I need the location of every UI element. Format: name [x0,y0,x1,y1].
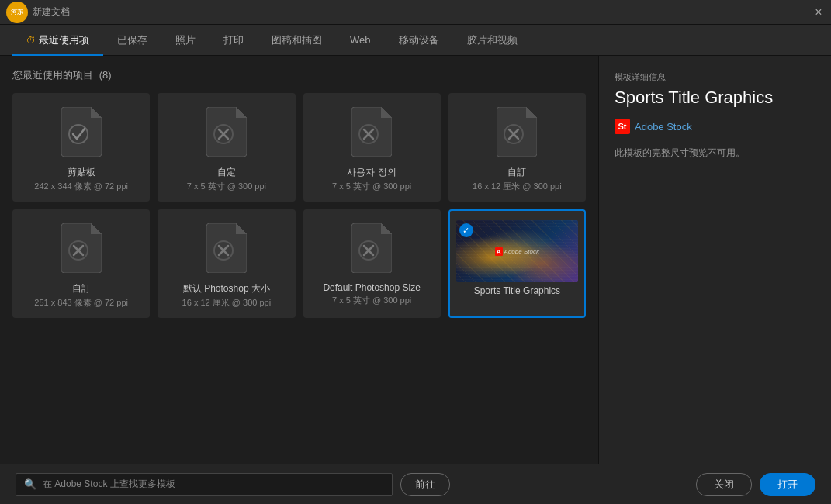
detail-preview-text: 此模板的完整尺寸预览不可用。 [615,147,815,160]
tab-label: Web [350,34,371,46]
goto-button[interactable]: 前往 [400,473,450,496]
grid-item-default_ps2[interactable]: Default Photoshop Size7 x 5 英寸 @ 300 ppi [303,209,441,318]
window-close-button[interactable]: × [812,6,825,19]
tab-label: 打印 [223,33,244,47]
tab-label: 已保存 [117,33,147,47]
titlebar-title: 新建文档 [33,5,70,19]
grid-item-label: 默认 Photoshop 大小 [183,282,270,295]
document-icon [206,107,247,157]
adobe-stock-icon: St [615,119,630,134]
titlebar-left: 河东 新建文档 [6,2,70,23]
selection-check-icon: ✓ [459,223,473,237]
detail-source: St Adobe Stock [615,119,815,134]
tab-mobile[interactable]: 移动设备 [385,25,453,56]
grid-item-default_ps[interactable]: 默认 Photoshop 大小16 x 12 厘米 @ 300 ppi [158,209,295,318]
adobe-stock-watermark: AAdobe Stock [495,247,539,256]
tab-art[interactable]: 图稿和插图 [258,25,336,56]
tab-label: 胶片和视频 [467,33,518,47]
grid-item-sublabel: 7 x 5 英寸 @ 300 ppi [332,181,411,192]
grid-item-label: Sports Title Graphics [474,285,560,296]
doc-icon-wrap [203,220,250,276]
tab-saved[interactable]: 已保存 [103,25,161,56]
search-placeholder-text: 在 Adobe Stock 上查找更多模板 [43,478,175,491]
recent-header: 您最近使用的项目 (8) [12,68,586,82]
search-area: 🔍 在 Adobe Stock 上查找更多模板 前往 [16,473,450,496]
recent-count: (8) [99,69,112,81]
grid-item-sports[interactable]: ✓AAdobe StockSports Title Graphics [448,209,586,318]
tab-photos[interactable]: 照片 [161,25,209,56]
grid-item-label: 剪贴板 [68,166,95,179]
detail-source-name: Adobe Stock [635,121,692,133]
grid-item-sublabel: 16 x 12 厘米 @ 300 ppi [473,181,562,192]
document-icon [497,107,537,157]
tab-print[interactable]: 打印 [209,25,258,56]
bottom-bar: 🔍 在 Adobe Stock 上查找更多模板 前往 关闭 打开 [0,464,831,504]
tab-label: 图稿和插图 [272,33,322,47]
detail-panel: 模板详细信息 Sports Title Graphics St Adobe St… [598,56,831,464]
doc-icon-wrap [58,220,105,276]
doc-icon-wrap [348,220,395,276]
grid-item-clipboard[interactable]: 剪贴板242 x 344 像素 @ 72 ppi [12,93,150,202]
close-button[interactable]: 关闭 [696,473,752,496]
grid-item-custom2[interactable]: 自訂16 x 12 厘米 @ 300 ppi [448,93,586,202]
detail-title: Sports Title Graphics [615,88,815,108]
document-icon [206,223,247,273]
action-buttons: 关闭 打开 [696,473,815,496]
tab-bar: ⏱最近使用项已保存照片打印图稿和插图Web移动设备胶片和视频 [0,25,831,56]
doc-icon-wrap [58,104,105,160]
title-bar: 河东 新建文档 × [0,0,831,25]
grid-item-label: 自定 [217,166,236,179]
tab-label: 照片 [175,33,196,47]
logo-text: 河东 [11,8,23,16]
recent-header-text: 您最近使用的项目 [12,69,93,81]
grid-item-custom3[interactable]: 自訂251 x 843 像素 @ 72 ppi [12,209,150,318]
tab-label: 移动设备 [399,33,439,47]
thumbnail-image: ✓AAdobe Stock [456,220,578,282]
detail-section-label: 模板详细信息 [615,71,815,83]
left-panel: 您最近使用的项目 (8) 剪贴板242 x 344 像素 @ 72 ppi自定7… [0,56,598,464]
grid-item-sublabel: 251 x 843 像素 @ 72 ppi [34,297,128,309]
doc-icon-wrap [348,104,395,160]
clock-icon: ⏱ [26,35,36,46]
doc-icon-wrap [203,104,250,160]
document-icon [351,107,392,157]
tab-film[interactable]: 胶片和视频 [453,25,531,56]
main-area: 您最近使用的项目 (8) 剪贴板242 x 344 像素 @ 72 ppi自定7… [0,56,831,464]
doc-icon-wrap [493,104,540,160]
open-button[interactable]: 打开 [760,473,815,496]
document-icon [61,223,102,273]
grid-item-sublabel: 7 x 5 英寸 @ 300 ppi [332,295,411,306]
document-icon [351,223,392,273]
grid-item-label: 사용자 정의 [347,166,396,179]
grid-item-sublabel: 16 x 12 厘米 @ 300 ppi [182,297,272,309]
template-grid: 剪贴板242 x 344 像素 @ 72 ppi自定7 x 5 英寸 @ 300… [12,93,586,318]
grid-item-sublabel: 242 x 344 像素 @ 72 ppi [34,181,128,192]
app-logo: 河东 [6,2,28,23]
grid-item-label: 自訂 [72,282,91,295]
grid-item-sublabel: 7 x 5 英寸 @ 300 ppi [187,181,266,192]
grid-item-user_defined[interactable]: 사용자 정의7 x 5 英寸 @ 300 ppi [303,93,441,202]
tab-web[interactable]: Web [336,25,385,56]
search-icon: 🔍 [24,478,36,490]
grid-item-label: 自訂 [507,166,526,179]
thumbnail-icon-wrap: ✓AAdobe Stock [456,220,578,282]
grid-item-custom1[interactable]: 自定7 x 5 英寸 @ 300 ppi [158,93,295,202]
search-box[interactable]: 🔍 在 Adobe Stock 上查找更多模板 [16,473,393,496]
tab-label: 最近使用项 [39,33,89,47]
grid-item-label: Default Photoshop Size [323,282,420,293]
tab-recent[interactable]: ⏱最近使用项 [12,25,103,56]
document-icon [61,107,102,157]
